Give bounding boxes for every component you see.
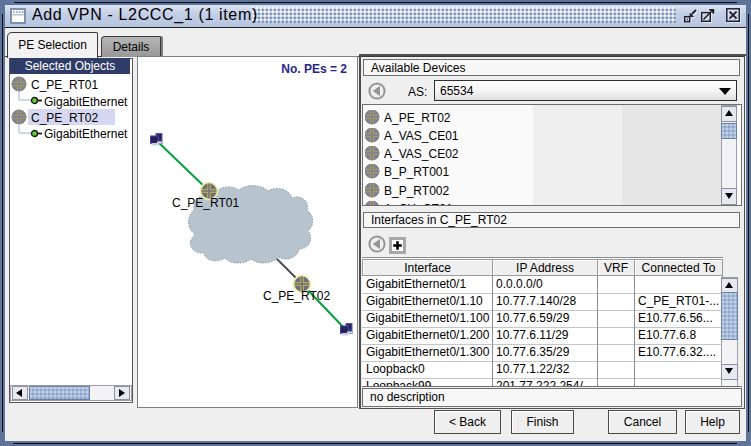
svg-text:C_PE_RT02: C_PE_RT02 xyxy=(263,289,330,303)
svg-text:C_PE_RT01: C_PE_RT01 xyxy=(172,196,239,210)
